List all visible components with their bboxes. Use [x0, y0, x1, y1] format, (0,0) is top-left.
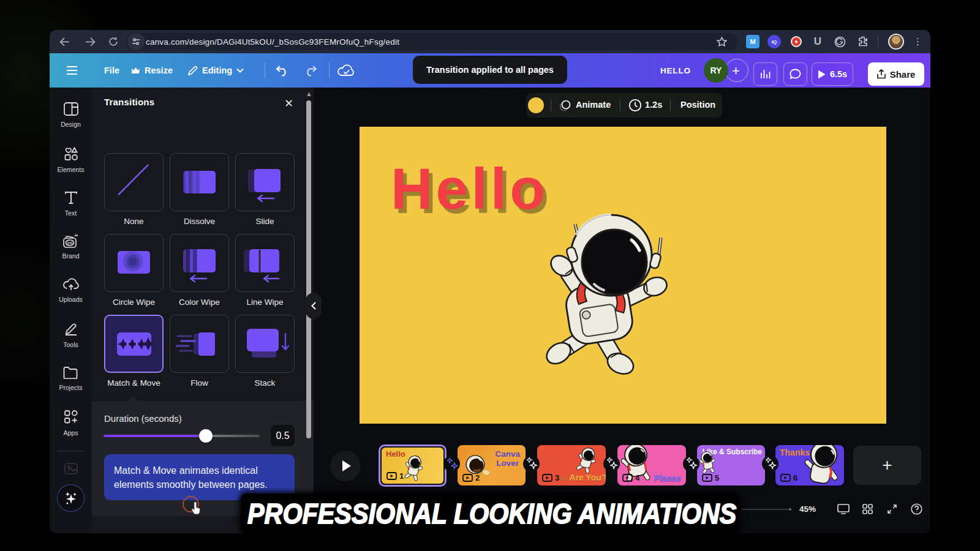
svg-text:co: co	[67, 241, 72, 245]
